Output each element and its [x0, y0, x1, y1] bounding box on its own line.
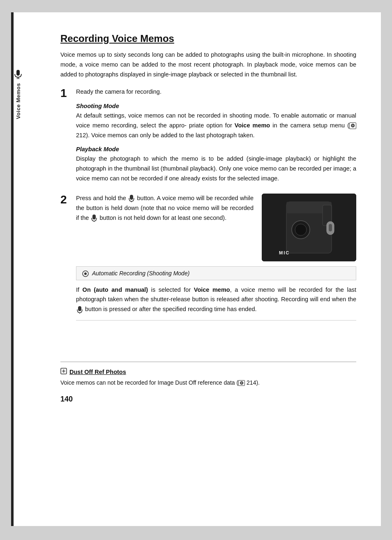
svg-point-17: [84, 272, 87, 275]
auto-record-paragraph: If On (auto and manual) is selected for …: [76, 285, 356, 321]
bottom-section: Dust Off Ref Photos Voice memos can not …: [60, 362, 356, 403]
playback-mode-heading: Playback Mode: [76, 146, 356, 152]
step-2-content: Press and hold the button. A voice memo …: [76, 194, 356, 329]
sidebar: Voice Memos: [11, 12, 27, 526]
svg-rect-18: [78, 306, 81, 311]
bottom-title: Dust Off Ref Photos: [60, 368, 356, 376]
svg-rect-3: [130, 195, 133, 200]
step-2-text: Press and hold the button. A voice memo …: [76, 194, 254, 223]
svg-point-15: [295, 224, 307, 235]
mic-sidebar-icon: [14, 70, 23, 79]
playback-mode-text: Display the photograph to which the memo…: [76, 154, 356, 184]
svg-text:MIC: MIC: [279, 250, 290, 255]
setup-icon-bottom: ⚙: [238, 380, 245, 386]
step-2-number: 2: [60, 193, 72, 329]
auto-record-box: Automatic Recording (Shooting Mode): [76, 266, 356, 280]
sidebar-tab: Voice Memos: [11, 70, 25, 119]
voice-memo-bold2: Voice memo: [194, 286, 230, 293]
page-number: 140: [60, 395, 356, 404]
main-content: Recording Voice Memos Voice memos up to …: [60, 33, 356, 505]
bottom-edit-icon: [60, 368, 67, 376]
svg-rect-0: [16, 70, 20, 76]
intro-paragraph: Voice memos up to sixty seconds long can…: [60, 50, 356, 80]
svg-rect-12: [329, 224, 332, 231]
bottom-section-title: Dust Off Ref Photos: [69, 369, 126, 375]
page: Voice Memos Recording Voice Memos Voice …: [11, 12, 381, 526]
step-1: 1 Ready the camera for recording. Shooti…: [60, 87, 356, 189]
page-title: Recording Voice Memos: [60, 33, 356, 44]
step-1-number: 1: [60, 86, 72, 189]
step-2: 2 Press and hold the button. A voice mem…: [60, 194, 356, 329]
on-auto-manual-bold: On (auto and manual): [83, 286, 148, 293]
shooting-mode-text: At default settings, voice memos can not…: [76, 111, 356, 141]
ref-num: 214: [247, 379, 256, 386]
shooting-mode-heading: Shooting Mode: [76, 103, 356, 109]
auto-record-icon: [82, 270, 89, 277]
mic-camera-image: MIC: [262, 194, 356, 261]
svg-rect-5: [92, 215, 96, 219]
step-1-content: Ready the camera for recording. Shooting…: [76, 87, 356, 189]
auto-record-label: Automatic Recording (Shooting Mode): [92, 270, 189, 277]
voice-memo-bold: Voice memo: [235, 122, 270, 129]
step-2-row: Press and hold the button. A voice memo …: [76, 194, 356, 261]
sidebar-label: Voice Memos: [15, 83, 21, 119]
step-1-label: Ready the camera for recording.: [76, 87, 356, 97]
bottom-text: Voice memos can not be recorded for Imag…: [60, 378, 356, 387]
setup-icon-inline: ⚙: [349, 122, 356, 129]
